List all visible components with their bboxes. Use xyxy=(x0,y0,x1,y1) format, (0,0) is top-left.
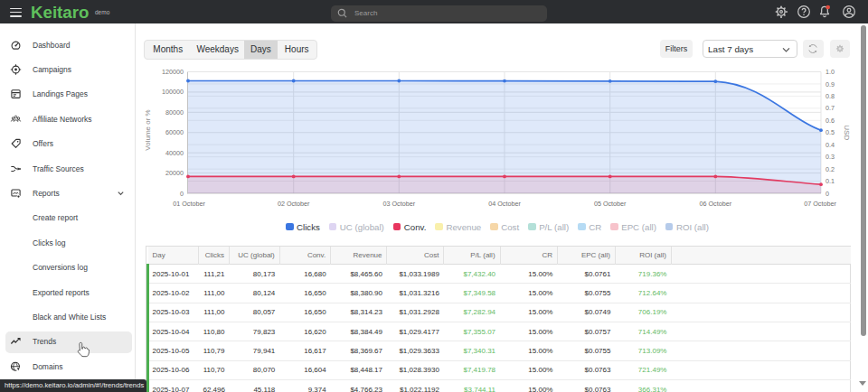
svg-text:80000: 80000 xyxy=(165,108,184,117)
svg-text:USD: USD xyxy=(843,125,851,140)
svg-text:Volume or %: Volume or % xyxy=(144,109,152,150)
svg-text:1.0: 1.0 xyxy=(826,68,835,76)
svg-text:0.3: 0.3 xyxy=(826,153,835,161)
svg-text:01 October: 01 October xyxy=(173,200,205,208)
svg-text:06 October: 06 October xyxy=(700,200,732,208)
svg-text:20000: 20000 xyxy=(165,169,184,177)
svg-text:05 October: 05 October xyxy=(594,200,627,208)
svg-text:60000: 60000 xyxy=(165,128,184,136)
svg-text:0.8: 0.8 xyxy=(826,92,835,100)
svg-text:03 October: 03 October xyxy=(383,200,416,208)
svg-text:0.9: 0.9 xyxy=(826,80,835,89)
svg-text:0.2: 0.2 xyxy=(826,165,835,173)
svg-text:0: 0 xyxy=(826,190,829,198)
svg-text:04 October: 04 October xyxy=(488,200,521,208)
svg-text:0: 0 xyxy=(180,190,184,198)
svg-text:0.5: 0.5 xyxy=(826,128,835,136)
svg-text:0.4: 0.4 xyxy=(826,141,835,149)
svg-text:100000: 100000 xyxy=(162,88,184,96)
svg-text:0.7: 0.7 xyxy=(826,104,835,112)
svg-text:07 October: 07 October xyxy=(804,200,836,208)
svg-text:120000: 120000 xyxy=(162,68,184,76)
svg-text:0.1: 0.1 xyxy=(826,177,835,185)
svg-text:40000: 40000 xyxy=(165,149,184,157)
svg-text:0.6: 0.6 xyxy=(826,117,835,125)
svg-text:02 October: 02 October xyxy=(278,200,310,208)
